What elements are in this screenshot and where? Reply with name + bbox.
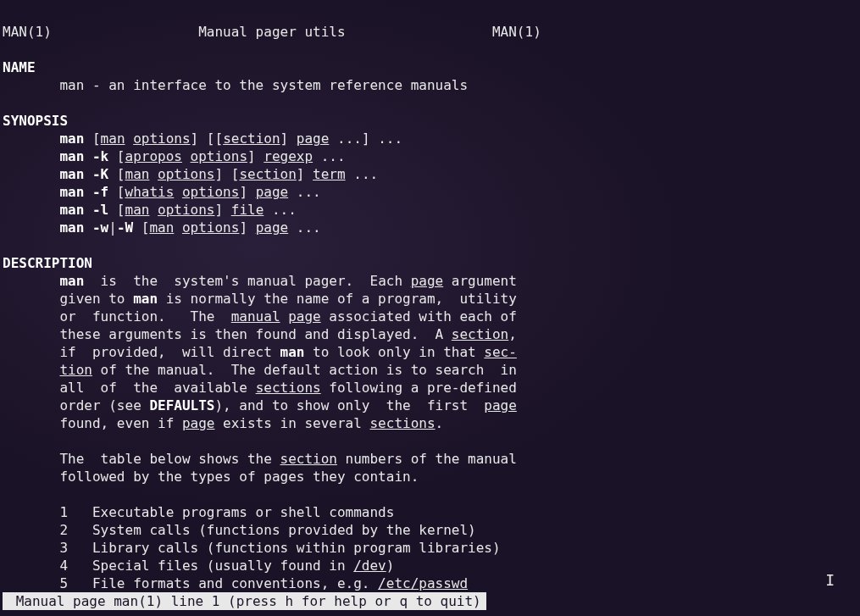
desc-page: page — [182, 415, 215, 431]
list-item: 2 System calls (functions provided by th… — [3, 522, 476, 538]
syn-tail: ... — [288, 184, 321, 200]
desc-text: . — [436, 415, 444, 431]
syn-tail: ... — [264, 202, 297, 218]
desc-text: of the manual. The default action is to … — [92, 362, 517, 378]
syn-arg-man: man — [101, 130, 125, 147]
syn-arg-term: term — [313, 166, 346, 182]
desc-text: or function. The — [3, 308, 231, 325]
desc-text: associated with each of — [321, 308, 517, 325]
syn-arg-page: page — [297, 130, 330, 147]
desc-text: all of the available — [3, 380, 256, 396]
desc-text: following a pre-defined — [321, 380, 517, 396]
header-center: Manual pager utils — [198, 24, 345, 40]
syn-arg-file: file — [231, 202, 264, 218]
syn-arg-options: options — [158, 166, 214, 182]
list-item: 4 Special files (usually found in — [3, 558, 353, 574]
syn-arg-options: options — [191, 148, 247, 164]
desc-text: The table below shows the — [3, 451, 280, 467]
desc-section: section — [280, 451, 337, 467]
syn-cmd: man -K — [59, 166, 108, 182]
syn-arg-options: options — [158, 202, 214, 218]
desc-text: followed by the types of pages they cont… — [3, 469, 419, 485]
syn-cmd: man -w — [59, 219, 108, 236]
desc-text: order (see — [3, 397, 149, 413]
syn-tail: ... — [313, 148, 346, 164]
desc-text: to look only in that — [304, 344, 484, 360]
desc-text: is normally the name of a program, utili… — [158, 291, 517, 307]
desc-sec: sec- — [484, 344, 517, 360]
desc-text: , — [508, 326, 517, 342]
desc-text: is the system's manual pager. Each — [84, 273, 410, 289]
syn-pipe: | — [108, 219, 117, 236]
syn-arg-man: man — [149, 219, 174, 236]
syn-arg-options: options — [133, 130, 190, 147]
name-line: man - an interface to the system referen… — [3, 77, 468, 93]
syn-arg-section: section — [223, 130, 280, 147]
path-dev: /dev — [353, 558, 386, 574]
syn-arg-options: options — [182, 184, 239, 200]
header-left: MAN(1) — [3, 24, 52, 40]
syn-arg-options: options — [182, 219, 239, 236]
desc-man: man — [280, 344, 305, 360]
desc-text: ), and to show only the first — [214, 397, 484, 413]
path-etc-passwd: /etc/passwd — [378, 575, 468, 591]
syn-tail: ... — [288, 219, 321, 236]
desc-text: these arguments is then found and displa… — [3, 326, 452, 342]
syn-arg-section: section — [239, 166, 296, 182]
list-item: ) — [386, 558, 395, 574]
desc-text: argument — [443, 273, 517, 289]
man-page-viewer[interactable]: MAN(1) Manual pager utils MAN(1) NAME ma… — [0, 0, 860, 615]
syn-cmd: man -f — [59, 184, 108, 200]
syn-tail: ...] ... — [329, 130, 402, 147]
syn-tail: ... — [346, 166, 379, 182]
syn-arg-whatis: whatis — [125, 184, 175, 200]
desc-sections: sections — [256, 380, 321, 396]
desc-text: given to — [3, 291, 133, 307]
syn-arg-man: man — [125, 166, 150, 182]
syn-cmd: man -k — [59, 148, 108, 164]
desc-text: if provided, will direct — [3, 344, 280, 360]
list-item: 5 File formats and conventions, e.g. — [3, 575, 378, 591]
syn-arg-page: page — [256, 184, 289, 200]
syn-cmd: -W — [117, 219, 133, 236]
desc-text: exists in several — [214, 415, 369, 431]
pager-status-bar: Manual page man(1) line 1 (press h for h… — [3, 592, 486, 610]
desc-defaults: DEFAULTS — [149, 397, 214, 413]
syn-arg-apropos: apropos — [125, 148, 182, 164]
desc-sections: sections — [369, 415, 435, 431]
section-heading-description: DESCRIPTION — [3, 255, 92, 271]
list-item: 3 Library calls (functions within progra… — [3, 540, 501, 556]
desc-man: man — [59, 273, 84, 289]
section-heading-name: NAME — [3, 59, 36, 75]
section-heading-synopsis: SYNOPSIS — [3, 113, 68, 129]
desc-tion: tion — [59, 362, 92, 378]
syn-arg-regexp: regexp — [264, 148, 313, 164]
syn-arg-man: man — [125, 202, 150, 218]
desc-man: man — [133, 291, 158, 307]
syn-arg-page: page — [256, 219, 289, 236]
list-item: 1 Executable programs or shell commands — [3, 504, 394, 520]
desc-text: found, even if — [3, 415, 182, 431]
desc-manual: manual — [231, 308, 280, 325]
syn-cmd: man — [59, 130, 84, 147]
text-cursor-icon: I — [825, 571, 835, 589]
desc-section: section — [452, 326, 508, 342]
desc-page: page — [411, 273, 444, 289]
desc-page: page — [288, 308, 321, 325]
desc-text: numbers of the manual — [337, 451, 517, 467]
syn-cmd: man -l — [59, 202, 108, 218]
desc-page: page — [484, 397, 517, 413]
header-right: MAN(1) — [492, 24, 541, 40]
